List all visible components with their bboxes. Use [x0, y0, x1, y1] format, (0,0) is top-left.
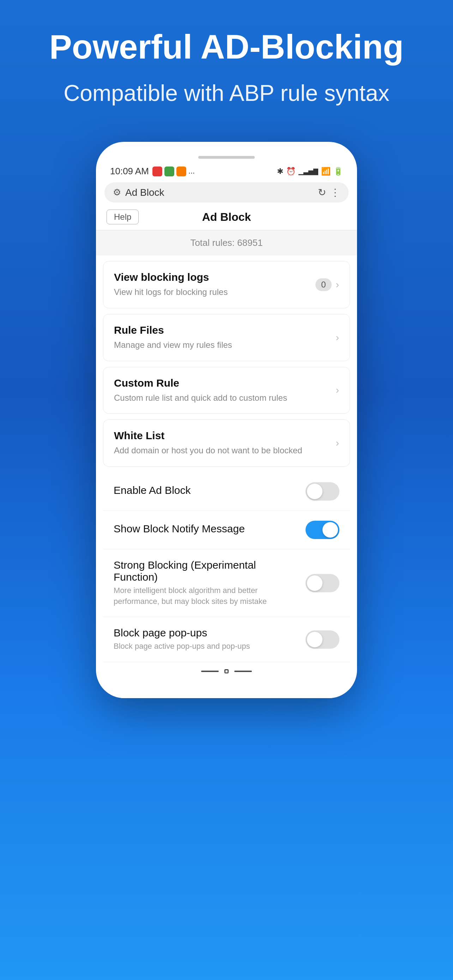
- menu-item-whitelist[interactable]: White List Add domain or host you do not…: [103, 420, 350, 467]
- toggle-popups[interactable]: [305, 630, 339, 649]
- menu-item-subtitle-rulefiles: Manage and view my rules files: [114, 339, 336, 351]
- wifi-icon: 📶: [321, 167, 331, 176]
- toggle-subtitle-popups: Block page active pop-ups and pop-ups: [114, 641, 295, 652]
- chevron-icon-whitelist: ›: [336, 438, 339, 449]
- toggle-knob-enable: [307, 484, 323, 499]
- chevron-icon-customrule: ›: [336, 385, 339, 396]
- signal-bars: ▁▃▅▇: [299, 167, 318, 175]
- menu-item-title-whitelist: White List: [114, 430, 336, 442]
- menu-item-custom-rule[interactable]: Custom Rule Custom rule list and quick a…: [103, 367, 350, 414]
- status-more: ...: [188, 167, 195, 177]
- menu-item-subtitle-whitelist: Add domain or host you do not want to be…: [114, 444, 336, 457]
- address-gear-icon: ⚙: [113, 187, 121, 198]
- menu-dots-icon[interactable]: ⋮: [330, 187, 340, 198]
- app-icon-3: [176, 167, 186, 177]
- address-bar[interactable]: ⚙ Ad Block ↻ ⋮: [105, 182, 348, 202]
- app-icon-1: [153, 167, 162, 177]
- status-icons-right: ✱ ⏰ ▁▃▅▇ 📶 🔋: [277, 167, 343, 176]
- toggle-title-strong: Strong Blocking (Experimental Function): [114, 559, 295, 583]
- menu-list: View blocking logs View hit logs for blo…: [96, 255, 357, 466]
- address-bar-label: Ad Block: [125, 187, 314, 198]
- chevron-icon-rulefiles: ›: [336, 332, 339, 343]
- toggle-title-notify: Show Block Notify Message: [114, 523, 295, 535]
- total-rules-bar: Total rules: 68951: [96, 231, 357, 255]
- toggle-notify[interactable]: [305, 521, 339, 539]
- toggle-title-popups: Block page pop-ups: [114, 627, 295, 639]
- page-header: Help Ad Block: [96, 202, 357, 231]
- hero-title: Powerful AD-Blocking: [49, 28, 404, 65]
- toggle-subtitle-strong: More intelligent block algorithm and bet…: [114, 585, 295, 607]
- app-icons: ...: [153, 167, 195, 177]
- toggle-enable-adblock[interactable]: [305, 482, 339, 501]
- refresh-icon[interactable]: ↻: [318, 187, 326, 198]
- help-button[interactable]: Help: [106, 210, 139, 224]
- toggle-knob-popups: [307, 632, 323, 648]
- toggle-knob-notify: [323, 522, 338, 538]
- bottom-gradient: [96, 670, 357, 698]
- menu-item-title-logs: View blocking logs: [114, 271, 315, 283]
- toggle-row-strong-blocking: Strong Blocking (Experimental Function) …: [103, 549, 350, 617]
- toggle-title-enable: Enable Ad Block: [114, 484, 295, 496]
- bluetooth-icon: ✱: [277, 167, 283, 176]
- total-rules-text: Total rules: 68951: [190, 237, 262, 248]
- menu-item-title-rulefiles: Rule Files: [114, 324, 336, 336]
- app-icon-2: [164, 167, 174, 177]
- toggle-strong-blocking[interactable]: [305, 574, 339, 592]
- alarm-icon: ⏰: [286, 167, 296, 176]
- menu-item-title-customrule: Custom Rule: [114, 377, 336, 389]
- battery-icon: 🔋: [334, 167, 343, 176]
- page-title: Ad Block: [202, 211, 251, 224]
- menu-item-subtitle-customrule: Custom rule list and quick add to custom…: [114, 392, 336, 404]
- toggle-row-popups: Block page pop-ups Block page active pop…: [103, 617, 350, 662]
- menu-item-subtitle-logs: View hit logs for blocking rules: [114, 286, 315, 298]
- toggle-section: Enable Ad Block Show Block Notify Messag…: [96, 473, 357, 662]
- status-time: 10:09 AM: [110, 166, 149, 177]
- menu-item-view-logs[interactable]: View blocking logs View hit logs for blo…: [103, 261, 350, 308]
- chevron-icon-logs: ›: [336, 279, 339, 290]
- toggle-knob-strong: [307, 575, 323, 591]
- hero-subtitle: Compatible with ABP rule syntax: [64, 80, 389, 107]
- phone-mockup: 10:09 AM ... ✱ ⏰ ▁▃▅▇ 📶 🔋 ⚙ Ad Block ↻ ⋮…: [96, 142, 357, 698]
- toggle-row-notify: Show Block Notify Message: [103, 511, 350, 549]
- status-bar: 10:09 AM ... ✱ ⏰ ▁▃▅▇ 📶 🔋: [96, 166, 357, 177]
- menu-item-rule-files[interactable]: Rule Files Manage and view my rules file…: [103, 314, 350, 361]
- toggle-row-enable-adblock: Enable Ad Block: [103, 473, 350, 511]
- phone-notch: [198, 156, 255, 159]
- logs-badge: 0: [315, 278, 331, 291]
